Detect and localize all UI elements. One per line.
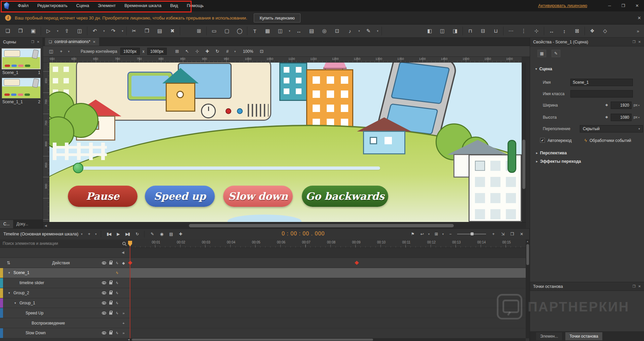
menubar-item-scene[interactable]: Сцена [72,0,93,11]
crop-tool-icon[interactable]: # [223,47,232,55]
timeline-row-track[interactable] [130,308,530,318]
expand-row-icon[interactable]: ▾ [8,271,10,274]
event-handlers-icon[interactable]: ϟ [115,271,120,275]
bolt-column-icon[interactable]: ϟ [115,261,120,265]
close-panel-icon[interactable]: ✕ [638,285,641,288]
document-tab[interactable]: ❏control-animations*✕ [45,38,99,46]
snapping-icon[interactable]: ⊞ [432,230,440,238]
collapse-animations-icon[interactable]: » [121,331,126,335]
timeline-row-track[interactable] [130,328,530,338]
timeline-row-timeline-slider[interactable]: timeline sliderϟ [0,278,530,288]
tools-dropdown-icon[interactable]: ▾ [233,47,237,55]
timeline-row-slow-down[interactable]: Slow Downϟ» [0,328,530,338]
event-handlers-icon[interactable]: ϟ [115,291,120,295]
record-icon[interactable]: ◉ [157,230,166,238]
zoom-out-icon[interactable]: − [446,230,454,238]
insert-label-icon[interactable]: ⚑ [408,230,417,238]
pen-dropdown-icon[interactable]: ▾ [375,26,380,36]
canvas-vertical-scrollbar[interactable] [522,63,526,222]
width-input[interactable] [611,102,632,109]
align-top-icon[interactable]: ⊓ [465,26,476,36]
export-icon[interactable]: ⇧ [61,26,73,36]
menubar-item-element[interactable]: Элемент [93,0,120,11]
scene-section-header[interactable]: ▾ Сцена [530,65,644,73]
gallery-tool-icon[interactable]: ◫ [275,26,286,36]
timeline-ruler[interactable]: 000:0100:0200:0300:0400:0500:0600:0700:0… [130,239,526,248]
scrollbar-thumb[interactable] [132,339,373,341]
buy-license-button[interactable]: Купить лицензию [254,13,300,23]
align-left-icon[interactable]: ◧ [424,26,435,36]
speed-up-button[interactable]: Speed up [145,186,215,207]
window-maximize-button[interactable]: ❐ [616,0,630,11]
scene-item-2[interactable]: Scene_1_12 [2,78,41,104]
scene-name-input[interactable] [570,79,633,86]
canvas-horizontal-scrollbar[interactable]: ◀ [43,222,526,228]
event-handlers-icon[interactable]: ϟ [115,281,120,285]
window-close-button[interactable]: ✕ [630,0,644,11]
ungroup-icon[interactable]: ◇ [599,26,611,36]
timeline-search-input[interactable] [0,241,122,246]
animatable-diamond-icon[interactable]: ◆ [605,103,608,107]
timeline-row-track[interactable] [130,278,530,288]
gallery-dropdown-icon[interactable]: ▾ [287,26,292,36]
filter-rows-icon[interactable]: ⇅ [7,260,10,265]
rotate-tool-icon[interactable]: ↻ [213,47,222,55]
float-panel-icon[interactable]: ❐ [508,230,516,238]
container-width-input[interactable] [120,48,140,55]
close-tab-icon[interactable]: ✕ [93,40,95,44]
timeline-row-scene-1[interactable]: ▾Scene_1ϟ [0,268,530,278]
close-panel-icon[interactable]: ✕ [517,230,526,238]
rounded-rectangle-tool-icon[interactable]: ▢ [221,26,233,36]
menubar-item-file[interactable]: Файл [13,0,33,11]
fit-timeline-icon[interactable]: ⇲ [498,230,507,238]
menubar-item-timeline[interactable]: Временная шкала [120,0,166,11]
left-tab-1[interactable]: Доку... [13,220,32,228]
add-scene-dropdown-icon[interactable]: ▾ [67,47,71,55]
distribute-grid-icon[interactable]: ⊹ [531,26,542,36]
scene-item-1[interactable]: Scene_11 [2,48,41,75]
event-handlers-label[interactable]: Обработчики событий [590,138,631,143]
menubar-item-help[interactable]: Помощь [183,0,208,11]
add-animation-icon[interactable]: + [121,321,126,325]
right-tab-1[interactable]: Точки останова [565,332,602,340]
right-tab-0[interactable]: Элемен... [536,332,562,340]
zoom-level-value[interactable]: 100% [243,49,253,54]
timeline-row-track[interactable] [130,268,530,278]
copy-icon[interactable]: ❐ [141,26,153,36]
left-tab-0[interactable]: С... [0,220,13,228]
slider-tool-icon[interactable]: ↔ [293,26,305,36]
scrollbar-thumb[interactable] [526,244,529,265]
close-panel-icon[interactable]: ✕ [37,40,40,44]
preview-icon[interactable]: ▷ [43,26,54,36]
eye-icon[interactable] [102,311,106,314]
animatable-diamond-icon[interactable]: ◆ [605,115,608,119]
close-trial-bar-icon[interactable]: ✕ [635,11,644,25]
insert-div-icon[interactable]: ⊞ [193,26,205,36]
delete-icon[interactable]: ✖ [167,26,178,36]
auto-scroll-icon[interactable]: ↩ [417,230,426,238]
undo-icon[interactable]: ↶ [89,26,100,36]
symbol-tool-icon[interactable]: ◎ [319,26,330,36]
cut-icon[interactable]: ✂ [128,26,140,36]
collapse-animations-icon[interactable]: » [121,311,126,315]
expand-row-icon[interactable]: ▾ [8,291,10,295]
lock-icon[interactable] [109,302,112,305]
lock-icon[interactable] [109,282,112,285]
distribute-horizontal-icon[interactable]: ⋯ [505,26,517,36]
autoadvance-checkbox[interactable]: ✔ [540,138,545,143]
eye-column-icon[interactable] [102,261,106,264]
container-height-input[interactable] [147,48,167,55]
section-transition-effects[interactable]: ▸Эффекты перехода [530,158,644,165]
distribute-vertical-icon[interactable]: ⋮ [518,26,529,36]
activate-license-link[interactable]: Активировать лицензию [538,0,587,11]
save-project-icon[interactable]: ▣ [28,26,39,36]
lock-icon[interactable] [109,292,112,295]
zoom-in-icon[interactable]: + [489,230,497,238]
eye-icon[interactable] [102,292,106,295]
go-to-end-icon[interactable]: ▶▮ [123,230,132,238]
timeline-vertical-scrollbar[interactable]: ▲ [526,239,530,338]
text-tool-icon[interactable]: T [249,26,260,36]
align-middle-icon[interactable]: ⊟ [477,26,489,36]
iframe-tool-icon[interactable]: ▤ [306,26,317,36]
keyframe-column-icon[interactable]: ◆ [121,261,126,265]
